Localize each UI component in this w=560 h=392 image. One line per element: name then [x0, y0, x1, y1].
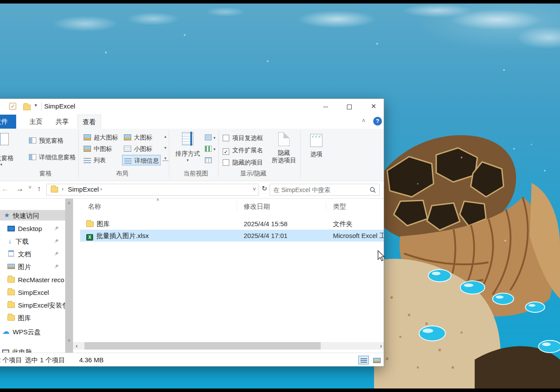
preview-pane-icon	[29, 137, 36, 144]
column-header-type[interactable]: 类型	[333, 200, 346, 213]
layout-scroll-down-icon[interactable]: ▾	[162, 145, 168, 150]
sidebar-item-downloads[interactable]: ↓下载	[0, 236, 65, 246]
letterbox-top	[0, 0, 560, 4]
horizontal-scrollbar[interactable]: ‹ ›	[73, 342, 384, 350]
view-extra-large-icons[interactable]: 超大图标	[82, 132, 120, 143]
details-pane-label: 详细信息窗格	[39, 154, 76, 161]
file-extensions-checkbox[interactable]: ✓文件扩展名	[223, 146, 263, 155]
file-row-gallery[interactable]: 图库 2025/4/4 15:58 文件夹	[80, 218, 384, 230]
quick-access-properties-icon[interactable]: ✓	[9, 103, 16, 110]
sidebar-item-label: RecMaster reco	[18, 276, 64, 284]
hidden-items-checkbox[interactable]: 隐藏的项目	[223, 158, 263, 167]
view-large-icons[interactable]: 大图标	[122, 132, 161, 143]
search-box[interactable]	[270, 184, 380, 196]
content-area: ★快速访问 Desktop ↓下载 文档 图片 RecMaster reco	[0, 199, 384, 353]
scroll-down-icon[interactable]: ˅	[65, 338, 73, 343]
scroll-left-icon[interactable]: ‹	[76, 342, 77, 350]
file-extensions-label: 文件扩展名	[232, 147, 263, 154]
up-icon[interactable]: ↑	[37, 185, 41, 193]
help-icon[interactable]: ?	[373, 117, 382, 126]
options-button[interactable]: ✓✓✓ 选项	[304, 130, 329, 158]
water-reflection	[127, 12, 179, 25]
water-reflection	[52, 16, 118, 32]
sidebar-item-wps-cloud[interactable]: ☁WPS云盘	[0, 326, 65, 337]
view-small-icons[interactable]: 小图标	[122, 144, 161, 154]
checkbox-checked-icon: ✓	[223, 148, 229, 155]
tab-share[interactable]: 共享	[51, 115, 73, 129]
sidebar-item-pictures[interactable]: 图片	[0, 261, 65, 272]
horizontal-scroll-thumb[interactable]	[84, 342, 321, 350]
collapse-ribbon-icon[interactable]: ˄	[362, 117, 365, 124]
file-row-xlsx-selected[interactable]: X批量插入图片.xlsx 2025/4/4 17:01 Microsoft Ex…	[80, 230, 384, 242]
view-details[interactable]: 详细信息	[122, 155, 161, 165]
preview-pane-button[interactable]: 预览窗格	[29, 136, 63, 145]
folder-icon	[7, 302, 15, 308]
cloud-icon: ☁	[2, 327, 10, 336]
size-columns-button[interactable]	[205, 155, 212, 164]
address-dropdown-icon[interactable]: ˅	[252, 186, 256, 192]
dropdown-icon: ▾	[173, 158, 202, 162]
large-icons-label: 大图标	[134, 134, 152, 141]
status-item-count: 2 个项目	[0, 356, 22, 364]
tab-file[interactable]: 文件	[0, 115, 16, 129]
medium-icons-label: 中图标	[94, 145, 112, 152]
dropdown-icon: ▾	[0, 162, 22, 167]
maximize-button[interactable]	[339, 99, 359, 114]
search-icon[interactable]	[370, 187, 376, 193]
details-pane-button[interactable]: 详细信息窗格	[29, 152, 76, 162]
column-separator[interactable]	[237, 201, 237, 212]
status-bar: 2 个项目 选中 1 个项目 4.36 MB	[0, 353, 384, 367]
add-columns-button[interactable]: ▾	[205, 144, 215, 153]
breadcrumb-separator[interactable]: ›	[100, 186, 102, 192]
view-medium-icons[interactable]: 中图标	[82, 144, 120, 154]
sidebar-item-simpexcel-setup[interactable]: SimpExcel安装包	[0, 300, 65, 310]
file-explorer-window: ✓ ▾ SimpExcel ✕ 文件 主页 共享 查看 ˄ ? 导航窗格 ▾ 预…	[0, 98, 384, 367]
sidebar-item-label: 此电脑	[12, 348, 32, 353]
hide-selected-items-button[interactable]: 隐藏 所选项目	[269, 130, 299, 164]
breadcrumb-folder[interactable]: SimpExcel	[68, 186, 99, 193]
forward-icon[interactable]: →	[16, 185, 24, 193]
folder-icon	[51, 187, 58, 192]
sidebar-item-quick-access[interactable]: ★快速访问	[0, 210, 65, 220]
title-bar[interactable]: ✓ ▾ SimpExcel ✕	[0, 99, 384, 115]
address-input[interactable]: › SimpExcel › ˅	[46, 184, 259, 196]
current-view-group-label: 当前视图	[173, 170, 218, 178]
sidebar-item-simpexcel[interactable]: SimpExcel	[0, 287, 65, 298]
layout-scroll-up-icon[interactable]: ▴	[162, 134, 168, 139]
sidebar-scrollbar[interactable]: ˄ ˅	[65, 199, 73, 353]
close-button[interactable]: ✕	[364, 99, 384, 114]
details-view-toggle[interactable]	[358, 356, 369, 364]
view-list[interactable]: 列表	[82, 155, 120, 165]
details-view-label: 详细信息	[134, 157, 159, 164]
sidebar-item-gallery[interactable]: 图库	[0, 312, 65, 323]
status-selected-size: 4.36 MB	[79, 356, 104, 364]
file-list: ∧ 名称 修改日期 类型 图库 2025/4/4 15:58 文件夹 X批量插入…	[73, 199, 384, 353]
tab-home[interactable]: 主页	[25, 115, 47, 129]
tab-view[interactable]: 查看	[77, 115, 101, 129]
item-checkboxes-checkbox[interactable]: 项目复选框	[223, 134, 263, 143]
layout-more-icon[interactable]: ▾	[162, 156, 168, 161]
column-header-name[interactable]: 名称	[88, 200, 101, 213]
back-icon[interactable]: ←	[1, 185, 9, 193]
minimize-button[interactable]	[315, 99, 336, 114]
thumbnail-view-toggle[interactable]	[371, 356, 382, 364]
search-input[interactable]	[273, 185, 365, 195]
quick-access-dropdown-icon[interactable]: ▾	[35, 102, 37, 108]
refresh-icon[interactable]: ↻	[262, 185, 267, 192]
titlebar-separator	[41, 102, 42, 111]
column-header-date[interactable]: 修改日期	[244, 200, 270, 213]
group-by-button[interactable]: ▾	[205, 132, 215, 142]
sidebar-item-recmaster[interactable]: RecMaster reco	[0, 274, 65, 285]
sidebar-item-desktop[interactable]: Desktop	[0, 223, 65, 234]
scroll-up-icon[interactable]: ˄	[65, 200, 73, 206]
sort-by-button[interactable]: 排序方式 ▾	[173, 130, 202, 162]
scroll-right-icon[interactable]: ›	[380, 342, 382, 350]
column-separator[interactable]	[326, 201, 326, 212]
checkbox-unchecked-icon	[223, 159, 229, 166]
ribbon-view: 导航窗格 ▾ 预览窗格 详细信息窗格 窗格 超大图标 大图标 中图标 小图标 列…	[0, 129, 384, 181]
history-dropdown-icon[interactable]: ˅	[28, 185, 32, 191]
navigation-pane-button[interactable]: 导航窗格 ▾	[0, 130, 22, 167]
sidebar-item-this-pc[interactable]: 此电脑	[0, 346, 65, 353]
group-separator	[169, 130, 169, 178]
sidebar-item-documents[interactable]: 文档	[0, 248, 65, 259]
